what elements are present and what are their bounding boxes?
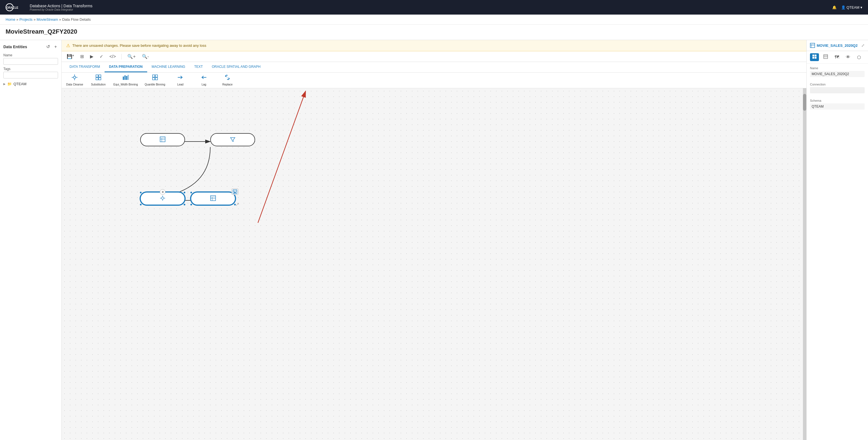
main-layout: Data Entities ↺ + Name Tags ▶ 📁 QTEAM ⚠ …: [0, 40, 868, 440]
warning-bar: ⚠ There are unsaved changes. Please save…: [62, 40, 806, 51]
svg-rect-7: [96, 75, 98, 77]
bell-icon[interactable]: 🔔: [832, 5, 837, 9]
svg-rect-9: [96, 77, 98, 80]
right-panel-connection-value: [810, 87, 865, 93]
zoom-in-button[interactable]: 🔍+: [126, 53, 137, 60]
svg-rect-15: [153, 75, 155, 77]
right-panel-name-label: Name: [810, 66, 865, 70]
zoom-out-button[interactable]: 🔍-: [140, 53, 151, 60]
component-substitution[interactable]: Substitution: [90, 74, 107, 86]
component-lag[interactable]: Lag: [195, 74, 212, 86]
svg-text:ORACLE: ORACLE: [6, 6, 19, 9]
toolbar: 💾* ⊞ ▶ ✓ </> 🔍+ 🔍-: [62, 51, 806, 62]
rp-table-button[interactable]: [821, 53, 830, 61]
component-replace[interactable]: Replace: [219, 74, 236, 86]
breadcrumb-home[interactable]: Home: [6, 18, 16, 22]
layout-button[interactable]: ⊞: [79, 53, 86, 60]
filter-icon: [230, 136, 236, 143]
save-button[interactable]: 💾*: [65, 53, 76, 60]
tags-label: Tags: [3, 67, 58, 71]
table2-arrow-badge[interactable]: ↗: [235, 201, 240, 208]
component-quantile-binning[interactable]: Quantile Binning: [145, 74, 165, 86]
equi-width-binning-label: Equi_Width Binning: [114, 83, 138, 86]
svg-point-2: [73, 76, 76, 78]
svg-rect-18: [155, 77, 158, 80]
right-panel-title-icon: [810, 43, 815, 48]
expand-panel-button[interactable]: ⤢: [861, 43, 865, 48]
substitution-icon: [95, 74, 101, 82]
component-equi-width-binning[interactable]: Equi_Width Binning: [114, 74, 138, 86]
rp-map-button[interactable]: 🗺: [832, 53, 841, 61]
name-field: Name: [3, 53, 58, 65]
sel-dot2-bl: [190, 203, 192, 206]
svg-rect-49: [815, 57, 816, 59]
oracle-logo-svg: ORACLE: [6, 3, 25, 11]
user-menu[interactable]: 👤 QTEAM ▾: [841, 5, 862, 9]
tree-item-qteam[interactable]: ▶ 📁 QTEAM: [3, 81, 58, 87]
tab-machine-learning[interactable]: MACHINE LEARNING: [147, 62, 190, 72]
left-panel: Data Entities ↺ + Name Tags ▶ 📁 QTEAM: [0, 40, 62, 440]
tab-data-transform[interactable]: DATA TRANSFORM: [65, 62, 104, 72]
toolbar-divider: [121, 54, 122, 59]
breadcrumb-sep2: »: [34, 18, 37, 22]
datacleanse-icon: [160, 195, 165, 202]
svg-rect-10: [99, 77, 101, 80]
replace-label: Replace: [222, 83, 233, 86]
data-cleanse-icon: [71, 74, 78, 82]
datacleanse-badge-x[interactable]: ✕: [160, 189, 165, 195]
svg-rect-14: [128, 75, 128, 80]
sel-dot-bl: [140, 203, 142, 206]
svg-marker-26: [230, 137, 235, 142]
svg-rect-17: [153, 77, 155, 80]
lead-label: Lead: [177, 83, 183, 86]
name-input[interactable]: [3, 58, 58, 65]
svg-point-27: [161, 197, 164, 199]
svg-rect-47: [815, 55, 816, 56]
rp-preview-button[interactable]: 👁: [844, 53, 852, 61]
flow-node-table1[interactable]: [140, 133, 185, 146]
rp-3d-button[interactable]: ⬡: [855, 53, 863, 61]
code-button[interactable]: </>: [108, 53, 118, 60]
lag-label: Lag: [202, 83, 206, 86]
lead-icon: [177, 74, 183, 82]
canvas-area[interactable]: ✕: [62, 88, 806, 440]
flow-node-filter[interactable]: [210, 133, 255, 146]
quantile-binning-label: Quantile Binning: [145, 83, 165, 86]
flow-node-table2[interactable]: ↗: [191, 192, 236, 205]
user-label: QTEAM: [846, 5, 859, 9]
refresh-button[interactable]: ↺: [45, 43, 51, 50]
right-panel-schema-label: Schema: [810, 99, 865, 102]
canvas-scrollbar-right[interactable]: [803, 88, 806, 440]
header: ORACLE Database Actions | Data Transform…: [0, 0, 868, 14]
oracle-logo: ORACLE: [6, 3, 25, 11]
tree-arrow-icon: ▶: [3, 83, 6, 86]
svg-line-41: [258, 91, 306, 223]
add-entity-button[interactable]: +: [53, 43, 58, 50]
tab-text[interactable]: TEXT: [190, 62, 208, 72]
component-lead[interactable]: Lead: [172, 74, 189, 86]
lag-icon: [201, 74, 207, 82]
run-button[interactable]: ▶: [88, 53, 95, 60]
right-panel-title-text: MOVIE_SALES_2020Q2: [817, 43, 858, 48]
sel-dot2-tl: [190, 191, 192, 194]
svg-rect-48: [812, 57, 814, 59]
svg-rect-16: [155, 75, 158, 77]
center-panel: ⚠ There are unsaved changes. Please save…: [62, 40, 806, 440]
flow-node-datacleanse[interactable]: ✕: [140, 192, 185, 205]
svg-rect-12: [124, 75, 126, 80]
sel-dot2-tr: [234, 191, 236, 194]
svg-rect-8: [99, 75, 101, 77]
sel-dot-tr: [183, 191, 186, 194]
substitution-label: Substitution: [91, 83, 105, 86]
validate-button[interactable]: ✓: [98, 53, 105, 60]
tags-input[interactable]: [3, 72, 58, 78]
left-panel-actions: ↺ +: [45, 43, 58, 50]
tab-data-preparation[interactable]: DATA PREPARATION: [104, 62, 147, 72]
component-data-cleanse[interactable]: Data Cleanse: [66, 74, 83, 86]
tags-field: Tags: [3, 67, 58, 78]
header-left: ORACLE Database Actions | Data Transform…: [6, 3, 93, 11]
breadcrumb-projects[interactable]: Projects: [19, 18, 33, 22]
rp-grid-button[interactable]: [810, 53, 819, 61]
breadcrumb-moviestream[interactable]: MovieStream: [37, 18, 58, 22]
tab-oracle-spatial[interactable]: ORACLE SPATIAL AND GRAPH: [207, 62, 265, 72]
